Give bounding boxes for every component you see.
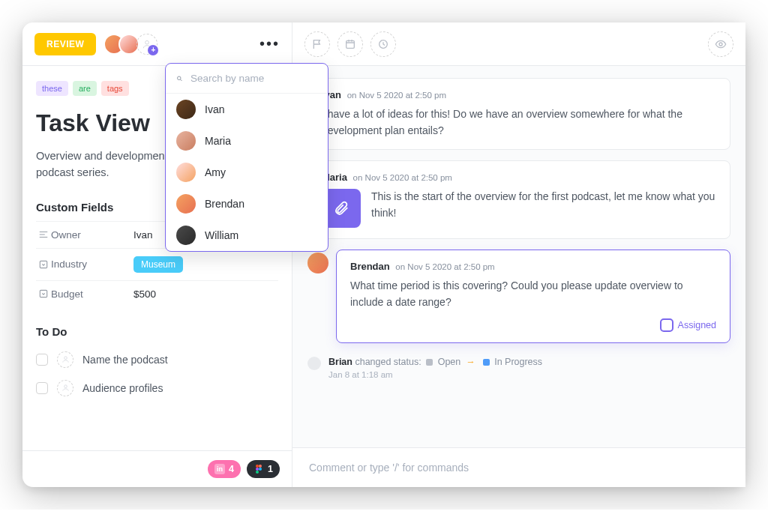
custom-field-row: Industry Museum xyxy=(36,248,278,280)
option-label: William xyxy=(205,229,238,241)
tag[interactable]: these xyxy=(36,81,68,96)
app-icon: in xyxy=(214,464,225,474)
flag-icon xyxy=(311,38,323,50)
search-icon xyxy=(176,73,183,84)
todo-item[interactable]: Name the podcast xyxy=(36,345,278,374)
more-button[interactable]: ••• xyxy=(260,35,280,52)
eye-icon xyxy=(715,38,727,50)
todo-text: Audience profiles xyxy=(82,382,163,394)
clock-icon xyxy=(377,38,389,50)
avatar xyxy=(176,163,196,182)
todo-text: Name the podcast xyxy=(82,354,168,366)
assigned-label: Assigned xyxy=(678,320,716,330)
dropdown-option[interactable]: William xyxy=(166,220,328,251)
svg-point-9 xyxy=(256,471,259,474)
left-toolbar: REVIEW + ••• xyxy=(22,22,292,66)
calendar-icon xyxy=(344,38,356,50)
right-toolbar xyxy=(292,22,746,66)
comment-author: Brendan xyxy=(350,261,390,272)
field-label: Industry xyxy=(51,259,134,270)
review-button[interactable]: REVIEW xyxy=(34,33,96,55)
custom-field-row: Budget $500 xyxy=(36,280,278,307)
status-from: Open xyxy=(438,357,461,367)
activity-item: Brian changed status: Open → In Progress… xyxy=(308,354,730,379)
plus-icon: + xyxy=(148,45,158,55)
checkbox[interactable] xyxy=(36,382,48,394)
comment-body: What time period is this covering? Could… xyxy=(350,278,716,310)
dropdown-option[interactable]: Maria xyxy=(166,125,328,157)
activity-user: Brian xyxy=(328,357,352,367)
option-label: Brendan xyxy=(205,198,244,210)
tag[interactable]: are xyxy=(73,81,97,96)
assignees: + xyxy=(104,34,158,55)
svg-point-4 xyxy=(64,385,67,388)
avatar xyxy=(308,357,321,370)
field-value[interactable]: Ivan xyxy=(134,229,153,241)
dropdown-search xyxy=(166,64,328,94)
status-dot xyxy=(483,359,490,366)
flag-button[interactable] xyxy=(304,31,330,57)
activity-action: changed status: xyxy=(355,357,421,367)
svg-rect-1 xyxy=(40,261,46,267)
watch-button[interactable] xyxy=(708,31,734,57)
assign-icon[interactable] xyxy=(57,351,74,368)
svg-point-6 xyxy=(259,465,262,468)
task-app: REVIEW + ••• these are tags Task View Ov… xyxy=(22,22,746,487)
paperclip-icon xyxy=(333,200,350,217)
search-input[interactable] xyxy=(190,73,317,84)
svg-point-8 xyxy=(259,468,262,471)
option-label: Amy xyxy=(205,166,226,178)
todo-section: To Do Name the podcast Audience profiles xyxy=(36,325,278,402)
date-button[interactable] xyxy=(338,31,363,57)
comment[interactable]: Ivan on Nov 5 2020 at 2:50 pm I have a l… xyxy=(308,78,730,150)
checkbox[interactable] xyxy=(36,354,48,366)
field-value[interactable]: Museum xyxy=(134,256,183,273)
field-label: Budget xyxy=(51,288,134,300)
text-icon xyxy=(36,229,51,240)
field-label: Owner xyxy=(51,229,134,241)
dropdown-icon xyxy=(36,288,51,299)
comment-date: on Nov 5 2020 at 2:50 pm xyxy=(395,262,494,271)
todo-item[interactable]: Audience profiles xyxy=(36,374,278,402)
svg-point-7 xyxy=(256,468,259,471)
dropdown-option[interactable]: Ivan xyxy=(166,94,328,125)
dropdown-option[interactable]: Amy xyxy=(166,157,328,188)
svg-rect-2 xyxy=(40,291,46,297)
arrow-icon: → xyxy=(466,357,476,367)
svg-point-13 xyxy=(178,76,182,80)
comment-row: Brendan on Nov 5 2020 at 2:50 pm What ti… xyxy=(308,250,730,342)
status-dot xyxy=(426,359,433,366)
field-value[interactable]: $500 xyxy=(134,288,156,300)
figma-icon xyxy=(254,464,264,474)
integration-count-a[interactable]: in4 xyxy=(208,460,241,478)
comment-date: on Nov 5 2020 at 2:50 pm xyxy=(353,173,452,182)
comment-date: on Nov 5 2020 at 2:50 pm xyxy=(347,91,446,100)
comment-body: This is the start of the overview for th… xyxy=(371,189,716,221)
integration-count-b[interactable]: 1 xyxy=(247,460,280,478)
svg-point-0 xyxy=(146,40,149,44)
comment[interactable]: Maria on Nov 5 2020 at 2:50 pm This is t… xyxy=(308,160,730,239)
avatar[interactable] xyxy=(308,253,328,273)
time-button[interactable] xyxy=(370,31,396,57)
svg-point-12 xyxy=(719,43,722,46)
comment[interactable]: Brendan on Nov 5 2020 at 2:50 pm What ti… xyxy=(336,250,730,342)
comment-composer[interactable]: Comment or type '/' for commands xyxy=(292,447,746,487)
option-label: Maria xyxy=(205,135,231,147)
avatar xyxy=(176,131,196,151)
right-panel: Ivan on Nov 5 2020 at 2:50 pm I have a l… xyxy=(292,22,746,487)
left-footer: in4 1 xyxy=(22,450,292,487)
assigned-checkbox[interactable] xyxy=(660,318,674,332)
assignee-dropdown[interactable]: Ivan Maria Amy Brendan William xyxy=(165,63,328,252)
todo-heading: To Do xyxy=(36,325,278,338)
assign-icon[interactable] xyxy=(57,380,74,396)
comments-list: Ivan on Nov 5 2020 at 2:50 pm I have a l… xyxy=(292,66,746,447)
status-to: In Progress xyxy=(494,357,542,367)
activity-time: Jan 8 at 1:18 am xyxy=(328,370,542,379)
add-assignee-button[interactable]: + xyxy=(136,34,158,55)
avatar xyxy=(176,194,196,214)
tag[interactable]: tags xyxy=(101,81,129,96)
comment-body: I have a lot of ideas for this! Do we ha… xyxy=(322,106,716,139)
dropdown-option[interactable]: Brendan xyxy=(166,188,328,220)
assigned-indicator[interactable]: Assigned xyxy=(350,318,716,332)
svg-rect-10 xyxy=(346,40,355,48)
